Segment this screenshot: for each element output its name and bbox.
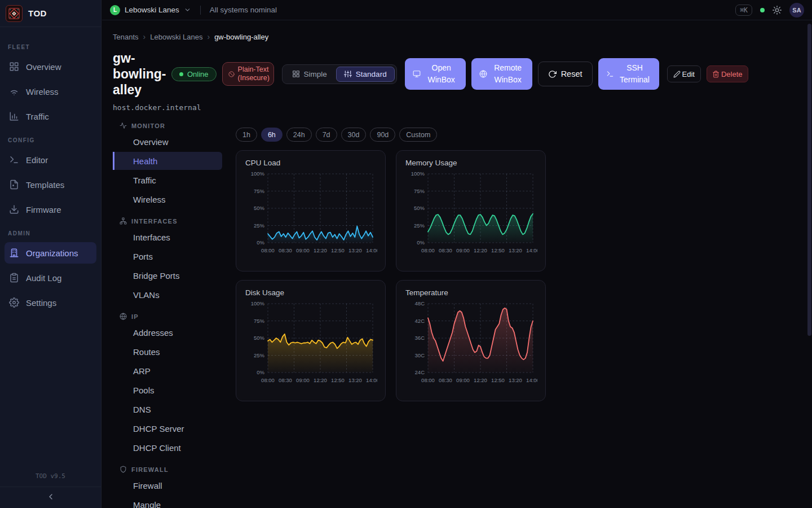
remote-winbox-button[interactable]: Remote WinBox: [471, 58, 532, 90]
subnav-item-label: DHCP Client: [133, 443, 181, 453]
svg-text:12:50: 12:50: [491, 247, 505, 253]
time-range-90d[interactable]: 90d: [370, 128, 395, 142]
time-range-30d[interactable]: 30d: [341, 128, 367, 142]
subnav-item-mangle[interactable]: Mangle: [113, 496, 222, 508]
insecure-badge-label: Plain-Text (Insecure): [238, 65, 270, 82]
breadcrumb-item-gw-bowling-alley: gw-bowling-alley: [214, 33, 268, 41]
sidebar-item-traffic[interactable]: Traffic: [5, 106, 96, 127]
sidebar-item-wireless[interactable]: Wireless: [5, 81, 96, 102]
sidebar-section-label-config: CONFIG: [5, 137, 96, 143]
online-dot-icon: [179, 72, 183, 76]
breadcrumb: Tenants›Lebowski Lanes›gw-bowling-alley: [113, 32, 812, 41]
theme-toggle-sun-icon[interactable]: [773, 6, 782, 15]
sidebar-collapse-button[interactable]: [0, 487, 101, 508]
time-range-6h[interactable]: 6h: [261, 128, 283, 142]
breadcrumb-item-lebowski-lanes[interactable]: Lebowski Lanes: [150, 33, 202, 41]
button-label: Delete: [721, 70, 743, 78]
subnav-item-wireless[interactable]: Wireless: [113, 190, 222, 208]
svg-text:100%: 100%: [411, 170, 425, 177]
device-header: gw-bowling-alley Online Plain-Text (Inse…: [113, 50, 812, 98]
svg-text:13:20: 13:20: [509, 247, 522, 253]
charts-panel: 1h6h24h7d30d90dCustom CPU Load100%75%50%…: [236, 120, 546, 508]
view-mode-simple[interactable]: Simple: [284, 67, 335, 82]
command-palette-shortcut[interactable]: ⌘K: [735, 5, 752, 16]
time-range-selector: 1h6h24h7d30d90dCustom: [236, 128, 546, 142]
terminal-icon: [606, 70, 614, 78]
svg-text:13:20: 13:20: [348, 247, 362, 253]
sidebar-item-editor[interactable]: Editor: [5, 149, 96, 170]
main-content: Tenants›Lebowski Lanes›gw-bowling-alley …: [102, 21, 812, 508]
delete-button[interactable]: Delete: [707, 65, 748, 82]
svg-text:09:00: 09:00: [456, 377, 470, 383]
gear-icon: [9, 297, 19, 308]
grid-icon: [292, 70, 300, 78]
trash-icon: [712, 71, 720, 78]
sidebar-item-organizations[interactable]: Organizations: [5, 242, 96, 264]
vertical-scrollbar[interactable]: [807, 24, 811, 336]
sidebar-item-overview[interactable]: Overview: [5, 56, 96, 77]
button-label: Open WinBox: [425, 62, 458, 86]
terminal-icon: [9, 155, 19, 165]
subnav-item-addresses[interactable]: Addresses: [113, 323, 222, 341]
sidebar-item-templates[interactable]: Templates: [5, 174, 96, 195]
subnav-item-label: Traffic: [133, 176, 156, 185]
subnav-item-label: Wireless: [133, 195, 166, 204]
file-icon: [9, 179, 19, 190]
ssh-terminal-button[interactable]: SSH Terminal: [598, 58, 659, 90]
svg-text:09:00: 09:00: [456, 247, 470, 253]
subnav-item-dhcp-client[interactable]: DHCP Client: [113, 439, 222, 457]
device-actions: Open WinBoxRemote WinBoxResetSSH Termina…: [405, 58, 748, 90]
breadcrumb-item-tenants[interactable]: Tenants: [113, 33, 139, 41]
sidebar: TOD FLEETOverviewWirelessTrafficCONFIGEd…: [0, 0, 102, 508]
sidebar-item-audit-log[interactable]: Audit Log: [5, 267, 96, 288]
sidebar-item-firmware[interactable]: Firmware: [5, 199, 96, 220]
subnav-item-pools[interactable]: Pools: [113, 381, 222, 399]
user-avatar[interactable]: SA: [789, 3, 804, 17]
svg-text:48C: 48C: [415, 300, 425, 306]
subnav-item-interfaces[interactable]: Interfaces: [113, 228, 222, 246]
subnav-item-health[interactable]: Health: [113, 152, 222, 170]
subnav-item-dns[interactable]: DNS: [113, 400, 222, 418]
insecure-badge: Plain-Text (Insecure): [222, 62, 274, 86]
time-range-24h[interactable]: 24h: [286, 128, 312, 142]
insecure-ban-icon: [228, 71, 235, 77]
reset-button[interactable]: Reset: [538, 62, 593, 86]
tenant-switcher[interactable]: L Lebowski Lanes: [110, 5, 191, 15]
subnav-item-label: Ports: [133, 252, 153, 261]
subnav-item-arp[interactable]: ARP: [113, 362, 222, 380]
svg-text:24C: 24C: [415, 369, 425, 375]
sidebar-item-label: Traffic: [26, 112, 49, 121]
charts-grid: CPU Load100%75%50%25%0%08:0008:3009:0012…: [236, 150, 546, 401]
globe-icon: [479, 70, 487, 78]
subnav-item-vlans[interactable]: VLANs: [113, 286, 222, 304]
sidebar-item-label: Settings: [26, 298, 56, 308]
sidebar-item-label: Organizations: [26, 248, 78, 258]
sidebar-footer: TOD v9.5: [0, 467, 101, 508]
subnav-item-routes[interactable]: Routes: [113, 343, 222, 361]
subnav-item-ports[interactable]: Ports: [113, 247, 222, 265]
view-mode-label: Standard: [356, 70, 387, 78]
subnav-item-firewall[interactable]: Firewall: [113, 476, 222, 494]
sidebar-item-settings[interactable]: Settings: [5, 292, 96, 313]
subnav-item-bridge-ports[interactable]: Bridge Ports: [113, 266, 222, 284]
clipboard-icon: [9, 273, 19, 283]
globe-icon: [120, 313, 127, 320]
time-range-custom[interactable]: Custom: [399, 128, 437, 142]
svg-text:12:20: 12:20: [474, 247, 487, 253]
view-mode-standard[interactable]: Standard: [336, 67, 395, 82]
svg-text:50%: 50%: [254, 335, 265, 341]
subnav-item-label: Routes: [133, 347, 160, 357]
chevron-down-icon: [184, 6, 191, 14]
time-range-1h[interactable]: 1h: [236, 128, 257, 142]
chart-disk-usage: 100%75%50%25%0%08:0008:3009:0012:2012:50…: [245, 299, 377, 385]
svg-text:25%: 25%: [254, 222, 265, 229]
tenant-name: Lebowski Lanes: [125, 6, 179, 14]
subnav-item-label: Bridge Ports: [133, 271, 180, 281]
subnav-item-traffic[interactable]: Traffic: [113, 171, 222, 189]
edit-button[interactable]: Edit: [667, 65, 701, 82]
subnav-item-dhcp-server[interactable]: DHCP Server: [113, 419, 222, 437]
open-winbox-button[interactable]: Open WinBox: [405, 58, 466, 90]
svg-text:75%: 75%: [254, 188, 265, 194]
time-range-7d[interactable]: 7d: [316, 128, 337, 142]
subnav-item-overview[interactable]: Overview: [113, 133, 222, 151]
